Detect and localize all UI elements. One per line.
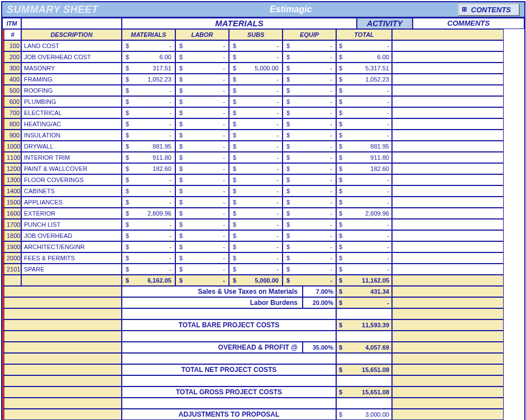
labor-cell[interactable]: $- xyxy=(175,107,229,118)
subs-cell[interactable]: $- xyxy=(229,185,283,197)
materials-cell[interactable]: $881.95 xyxy=(122,141,175,152)
materials-cell[interactable]: $- xyxy=(122,230,175,241)
table-row[interactable]: 500ROOFING$-$-$-$-$- xyxy=(2,85,524,96)
subs-cell[interactable]: $- xyxy=(229,40,283,51)
equip-cell[interactable]: $- xyxy=(283,96,336,107)
materials-cell[interactable]: $- xyxy=(122,85,175,96)
table-row[interactable]: 700ELECTRICAL$-$-$-$-$- xyxy=(2,107,524,118)
materials-cell[interactable]: $6.00 xyxy=(122,51,175,63)
materials-cell[interactable]: $- xyxy=(122,219,175,230)
subs-cell[interactable]: $- xyxy=(229,252,283,264)
table-row[interactable]: 1100INTERIOR TRIM$911.80$-$-$-$911.80 xyxy=(2,152,524,163)
equip-cell[interactable]: $- xyxy=(283,185,336,197)
equip-cell[interactable]: $- xyxy=(283,141,336,152)
equip-cell[interactable]: $- xyxy=(283,107,336,118)
comment-cell[interactable] xyxy=(392,219,504,230)
materials-cell[interactable]: $- xyxy=(122,197,175,208)
equip-cell[interactable]: $- xyxy=(283,264,336,275)
materials-cell[interactable]: $911.80 xyxy=(122,152,175,163)
table-row[interactable]: 100LAND COST$-$-$-$-$- xyxy=(2,40,524,51)
materials-cell[interactable]: $- xyxy=(122,241,175,252)
equip-cell[interactable]: $- xyxy=(283,219,336,230)
labor-cell[interactable]: $- xyxy=(175,208,229,219)
comment-cell[interactable] xyxy=(392,197,504,208)
equip-cell[interactable]: $- xyxy=(283,197,336,208)
equip-cell[interactable]: $- xyxy=(283,40,336,51)
comment-cell[interactable] xyxy=(392,96,504,107)
materials-cell[interactable]: $- xyxy=(122,96,175,107)
table-row[interactable]: 1600EXTERIOR$2,809.96$-$-$-$2,809.96 xyxy=(2,208,524,219)
subs-cell[interactable]: $- xyxy=(229,241,283,252)
table-row[interactable]: 400FRAMING$1,052.23$-$-$-$1,052.23 xyxy=(2,74,524,85)
materials-cell[interactable]: $- xyxy=(122,264,175,275)
labor-cell[interactable]: $- xyxy=(175,174,229,185)
labor-cell[interactable]: $- xyxy=(175,63,229,74)
table-row[interactable]: 600PLUMBING$-$-$-$-$- xyxy=(2,96,524,107)
table-row[interactable]: 1300FLOOR COVERINGS$-$-$-$-$- xyxy=(2,174,524,185)
comment-cell[interactable] xyxy=(392,174,504,185)
equip-cell[interactable]: $- xyxy=(283,163,336,174)
table-row[interactable]: 1200PAINT & WALLCOVER$182.60$-$-$-$182.6… xyxy=(2,163,524,174)
equip-cell[interactable]: $- xyxy=(283,230,336,241)
labor-cell[interactable]: $- xyxy=(175,85,229,96)
labor-cell[interactable]: $- xyxy=(175,118,229,130)
materials-cell[interactable]: $317.51 xyxy=(122,63,175,74)
subs-cell[interactable]: $- xyxy=(229,74,283,85)
comment-cell[interactable] xyxy=(392,163,504,174)
comment-cell[interactable] xyxy=(392,185,504,197)
subs-cell[interactable]: $- xyxy=(229,141,283,152)
labor-cell[interactable]: $- xyxy=(175,96,229,107)
subs-cell[interactable]: $5,000.00 xyxy=(229,63,283,74)
equip-cell[interactable]: $- xyxy=(283,85,336,96)
equip-cell[interactable]: $- xyxy=(283,63,336,74)
labor-cell[interactable]: $- xyxy=(175,197,229,208)
subs-cell[interactable]: $- xyxy=(229,197,283,208)
labor-cell[interactable]: $- xyxy=(175,230,229,241)
subs-cell[interactable]: $- xyxy=(229,152,283,163)
labor-cell[interactable]: $- xyxy=(175,74,229,85)
materials-cell[interactable]: $182.60 xyxy=(122,163,175,174)
equip-cell[interactable]: $- xyxy=(283,252,336,264)
labor-cell[interactable]: $- xyxy=(175,241,229,252)
labor-cell[interactable]: $- xyxy=(175,252,229,264)
table-row[interactable]: 1500APPLIANCES$-$-$-$-$- xyxy=(2,197,524,208)
equip-cell[interactable]: $- xyxy=(283,130,336,141)
labor-cell[interactable]: $- xyxy=(175,163,229,174)
subs-cell[interactable]: $- xyxy=(229,107,283,118)
labor-cell[interactable]: $- xyxy=(175,264,229,275)
comment-cell[interactable] xyxy=(392,74,504,85)
labor-cell[interactable]: $- xyxy=(175,40,229,51)
comment-cell[interactable] xyxy=(392,208,504,219)
materials-cell[interactable]: $- xyxy=(122,40,175,51)
subs-cell[interactable]: $- xyxy=(229,130,283,141)
labor-cell[interactable]: $- xyxy=(175,185,229,197)
table-row[interactable]: 1800JOB OVERHEAD$-$-$-$-$- xyxy=(2,230,524,241)
materials-cell[interactable]: $- xyxy=(122,130,175,141)
equip-cell[interactable]: $- xyxy=(283,208,336,219)
subs-cell[interactable]: $- xyxy=(229,219,283,230)
labor-cell[interactable]: $- xyxy=(175,141,229,152)
equip-cell[interactable]: $- xyxy=(283,152,336,163)
equip-cell[interactable]: $- xyxy=(283,118,336,130)
materials-cell[interactable]: $- xyxy=(122,174,175,185)
subs-cell[interactable]: $- xyxy=(229,96,283,107)
comment-cell[interactable] xyxy=(392,241,504,252)
materials-cell[interactable]: $- xyxy=(122,107,175,118)
subs-cell[interactable]: $- xyxy=(229,163,283,174)
table-row[interactable]: 1700PUNCH LIST$-$-$-$-$- xyxy=(2,219,524,230)
materials-cell[interactable]: $1,052.23 xyxy=(122,74,175,85)
table-row[interactable]: 300MASONRY$317.51$-$5,000.00$-$5,317.51 xyxy=(2,63,524,74)
equip-cell[interactable]: $- xyxy=(283,174,336,185)
labor-cell[interactable]: $- xyxy=(175,130,229,141)
table-row[interactable]: 800HEATING/AC$-$-$-$-$- xyxy=(2,118,524,130)
comment-cell[interactable] xyxy=(392,118,504,130)
labor-cell[interactable]: $- xyxy=(175,219,229,230)
comment-cell[interactable] xyxy=(392,63,504,74)
subs-cell[interactable]: $- xyxy=(229,118,283,130)
equip-cell[interactable]: $- xyxy=(283,51,336,63)
comment-cell[interactable] xyxy=(392,152,504,163)
subs-cell[interactable]: $- xyxy=(229,174,283,185)
comment-cell[interactable] xyxy=(392,264,504,275)
table-row[interactable]: 2000FEES & PERMITS$-$-$-$-$- xyxy=(2,252,524,264)
subs-cell[interactable]: $- xyxy=(229,208,283,219)
